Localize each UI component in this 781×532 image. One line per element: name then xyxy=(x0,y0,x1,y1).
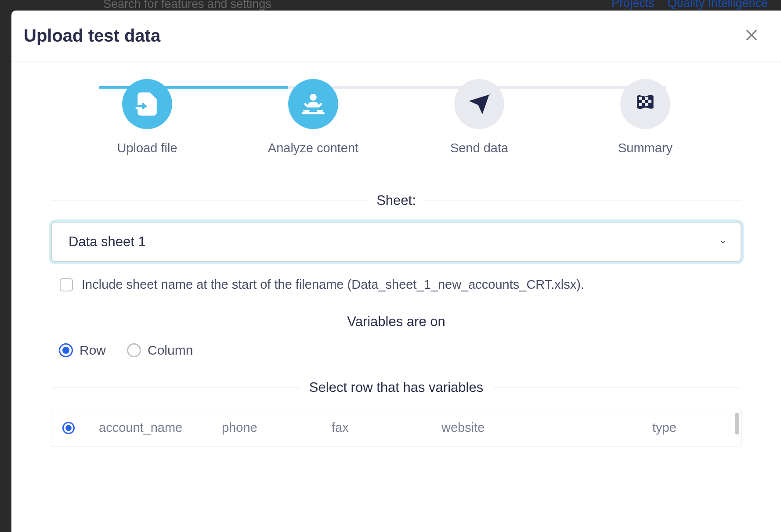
row-select-radio[interactable] xyxy=(62,422,75,434)
select-row-section-title: Select row that has variables xyxy=(300,380,493,395)
variables-section-title: Variables are on xyxy=(337,314,455,330)
person-analyze-icon xyxy=(300,90,327,118)
section-header-select-row: Select row that has variables xyxy=(51,380,741,395)
svg-rect-3 xyxy=(302,112,325,114)
step-label-4: Summary xyxy=(618,141,673,155)
step-summary[interactable]: Summary xyxy=(562,79,728,155)
step-analyze-content[interactable]: Analyze content xyxy=(230,79,396,155)
flag-checkered-icon xyxy=(633,92,658,116)
step-label-2: Analyze content xyxy=(268,141,358,155)
step-label-3: Send data xyxy=(450,141,508,155)
modal-header: Upload test data xyxy=(11,11,781,61)
svg-rect-8 xyxy=(639,103,642,106)
scrollbar[interactable] xyxy=(735,413,739,435)
divider xyxy=(51,322,337,322)
step-circle-2 xyxy=(288,79,338,129)
table-cell: phone xyxy=(222,421,332,435)
svg-rect-6 xyxy=(642,100,645,103)
divider xyxy=(455,322,741,322)
table-cell: website xyxy=(441,421,652,435)
step-circle-3 xyxy=(454,79,504,129)
step-send-data[interactable]: Send data xyxy=(396,79,562,155)
include-sheet-name-label: Include sheet name at the start of the f… xyxy=(82,277,584,292)
search-placeholder-bg: Search for features and settings xyxy=(103,0,271,11)
nav-projects: Projects xyxy=(611,0,654,10)
variable-row-table: account_name phone fax website type xyxy=(51,409,741,447)
row-radio-label: Row xyxy=(80,343,106,358)
step-circle-1 xyxy=(122,79,172,129)
section-header-sheet: Sheet: xyxy=(51,193,741,208)
send-icon xyxy=(467,92,492,116)
section-header-variables: Variables are on xyxy=(51,314,741,330)
svg-rect-9 xyxy=(645,103,648,106)
svg-rect-4 xyxy=(639,97,642,100)
variables-radio-group: Row Column xyxy=(51,343,741,358)
modal-title: Upload test data xyxy=(24,26,160,46)
variables-row-option[interactable]: Row xyxy=(59,343,106,358)
svg-rect-5 xyxy=(645,97,648,100)
divider xyxy=(51,201,367,201)
sheet-select-wrap: Data sheet 1 xyxy=(51,222,741,262)
sheet-section-title: Sheet: xyxy=(367,193,426,208)
step-label-1: Upload file xyxy=(117,141,177,155)
wizard-stepper: Upload file Analyze content Send data Su… xyxy=(11,61,781,177)
top-nav-bg: ProjectsQuality Intelligence xyxy=(611,0,781,10)
column-radio[interactable] xyxy=(127,343,141,357)
table-cell: fax xyxy=(332,421,441,435)
upload-test-data-modal: Upload test data Upload file Analyze con… xyxy=(11,11,781,532)
divider xyxy=(51,388,300,388)
include-sheet-name-row[interactable]: Include sheet name at the start of the f… xyxy=(51,277,741,292)
close-icon xyxy=(745,29,758,42)
variables-column-option[interactable]: Column xyxy=(127,343,193,358)
table-row[interactable]: account_name phone fax website type xyxy=(51,409,741,447)
step-upload-file[interactable]: Upload file xyxy=(64,79,230,155)
row-radio[interactable] xyxy=(59,343,73,357)
modal-content: Sheet: Data sheet 1 Include sheet name a… xyxy=(11,177,781,447)
file-import-icon xyxy=(134,91,160,117)
column-radio-label: Column xyxy=(148,343,193,358)
divider xyxy=(493,388,741,388)
svg-rect-7 xyxy=(648,100,651,103)
nav-quality: Quality Intelligence xyxy=(668,0,768,10)
close-button[interactable] xyxy=(745,28,758,44)
step-circle-4 xyxy=(620,79,670,129)
sheet-select[interactable]: Data sheet 1 xyxy=(51,222,741,262)
divider xyxy=(426,201,741,201)
svg-point-2 xyxy=(310,94,317,101)
table-cell: account_name xyxy=(99,421,222,435)
include-sheet-name-checkbox[interactable] xyxy=(60,278,73,291)
table-cell: type xyxy=(652,421,730,435)
